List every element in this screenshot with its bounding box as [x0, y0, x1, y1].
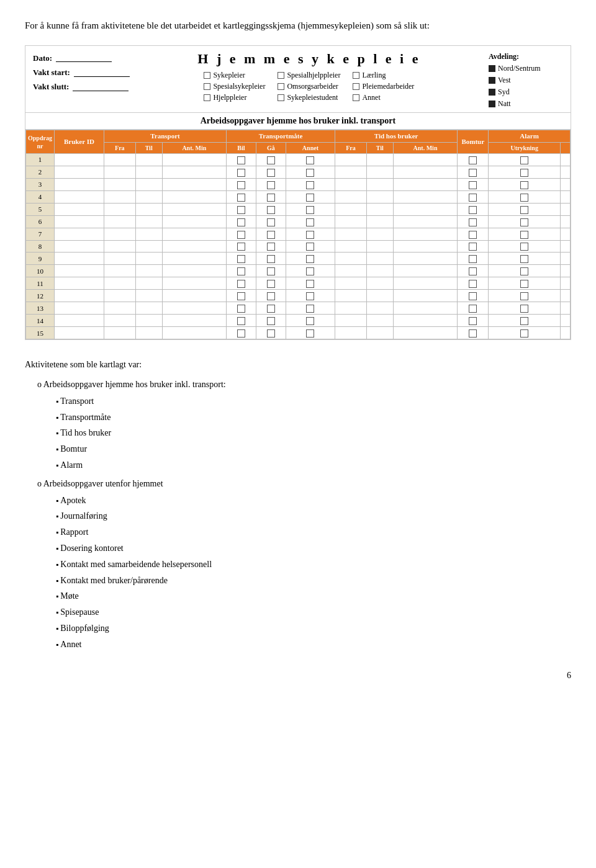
transportmate-bil-7: [227, 228, 256, 240]
cb-label-hjelppleier: Hjelppleier: [213, 93, 246, 102]
tid-cell-4-2: [393, 190, 457, 203]
tid-cell-3-1: [366, 178, 393, 190]
transportmate-ga-5: [256, 203, 286, 215]
checkboxes-grid: Sykepleier Spesialsykepleier Hjelppleier: [130, 71, 489, 102]
row-num-10: 10: [26, 265, 55, 277]
checkbox-col-2: Spesialhjelppleier Omsorgsarbeider Sykep…: [278, 71, 340, 102]
cb-box-omsorgsarbeider: [278, 83, 284, 90]
transportmate-ga-2: [256, 166, 286, 178]
transport-cell-2-1: [135, 166, 162, 178]
transportmate-ga-10: [256, 265, 286, 277]
checkbox-alarm-utrykning-11: [520, 280, 528, 288]
cb-label-laerling: Lærling: [362, 71, 386, 80]
transport-cell-7-1: [135, 228, 162, 240]
tid-cell-11-1: [366, 277, 393, 290]
bruker-id-11: [54, 277, 104, 290]
transport-cell-1-2: [162, 153, 226, 166]
tid-cell-10-2: [393, 265, 457, 277]
cb-sykepleiestudent: Sykepleiestudent: [278, 93, 340, 102]
th-til-transport: Til: [135, 142, 162, 153]
outer-item-1: Arbeidsoppgaver hjemme hos bruker inkl. …: [37, 377, 571, 473]
row-num-12: 12: [26, 290, 55, 302]
th-til-tid: Til: [366, 142, 393, 153]
th-transportmate: Transportmåte: [227, 130, 335, 142]
row-num-7: 7: [26, 228, 55, 240]
transport-cell-10-1: [135, 265, 162, 277]
avdeling-title: Avdeling:: [489, 51, 563, 63]
avd-syd-label: Syd: [498, 86, 510, 98]
transport-cell-14-2: [162, 315, 226, 327]
cb-label-annet-rolle: Annet: [362, 93, 380, 102]
alarm-utrykning-14: [489, 315, 561, 327]
checkbox-bil-4: [237, 194, 245, 202]
checkbox-bil-5: [237, 206, 245, 214]
transport-cell-4-2: [162, 190, 226, 203]
bomtur-14: [458, 315, 489, 327]
tid-cell-6-1: [366, 215, 393, 228]
bruker-id-12: [54, 290, 104, 302]
row-num-6: 6: [26, 215, 55, 228]
checkbox-bomtur-15: [469, 329, 477, 338]
alarm-utrykning-4: [489, 190, 561, 203]
form-subtitle: Arbeidsoppgaver hjemme hos bruker inkl. …: [25, 113, 571, 130]
checkbox-ga-7: [267, 231, 275, 239]
intro-text: For å kunne få fram aktivitetene ble det…: [25, 19, 571, 33]
checkbox-bomtur-13: [469, 305, 477, 313]
transportmate-ga-14: [256, 315, 286, 327]
transportmate-annet-13: [286, 302, 335, 315]
checkbox-col-1: Sykepleier Spesialsykepleier Hjelppleier: [204, 71, 265, 102]
transport-cell-5-0: [104, 203, 135, 215]
avd-nord: Nord/Sentrum: [489, 63, 563, 74]
alarm-extra-6: [561, 215, 571, 228]
cb-omsorgsarbeider: Omsorgsarbeider: [278, 82, 340, 91]
transportmate-bil-13: [227, 302, 256, 315]
form-header-right: Avdeling: Nord/Sentrum Vest Syd Natt: [489, 51, 563, 110]
tid-cell-3-2: [393, 178, 457, 190]
body-section: Aktivitetene som ble kartlagt var: Arbei…: [25, 357, 571, 651]
checkbox-bomtur-5: [469, 206, 477, 214]
checkbox-bil-15: [237, 329, 245, 338]
transportmate-ga-13: [256, 302, 286, 315]
alarm-extra-13: [561, 302, 571, 315]
row-num-1: 1: [26, 153, 55, 166]
tid-cell-5-1: [366, 203, 393, 215]
cb-spesialhjelppleier: Spesialhjelppleier: [278, 71, 340, 80]
checkbox-bil-6: [237, 218, 245, 226]
mapping-table: Oppdragnr Bruker ID Transport Transportm…: [25, 130, 571, 339]
row-num-15: 15: [26, 327, 55, 339]
transportmate-ga-7: [256, 228, 286, 240]
checkbox-ga-1: [267, 156, 275, 164]
checkbox-annet-9: [306, 255, 314, 263]
tid-cell-7-2: [393, 228, 457, 240]
tid-cell-9-0: [335, 253, 367, 265]
checkbox-bil-2: [237, 169, 245, 177]
tid-cell-10-0: [335, 265, 367, 277]
tid-cell-8-2: [393, 240, 457, 253]
row-num-4: 4: [26, 190, 55, 203]
alarm-utrykning-3: [489, 178, 561, 190]
avd-syd: Syd: [489, 86, 563, 98]
tid-cell-7-1: [366, 228, 393, 240]
checkbox-ga-8: [267, 243, 275, 251]
transport-cell-11-1: [135, 277, 162, 290]
inner-item-rapport: Rapport: [56, 525, 571, 540]
transportmate-annet-1: [286, 153, 335, 166]
alarm-extra-10: [561, 265, 571, 277]
transportmate-annet-2: [286, 166, 335, 178]
transport-cell-6-1: [135, 215, 162, 228]
tid-cell-13-1: [366, 302, 393, 315]
transportmate-annet-14: [286, 315, 335, 327]
tid-cell-4-0: [335, 190, 367, 203]
checkbox-alarm-utrykning-9: [520, 255, 528, 263]
checkbox-alarm-utrykning-4: [520, 194, 528, 202]
transport-cell-2-2: [162, 166, 226, 178]
th-utrykning: Utrykning: [489, 142, 561, 153]
checkbox-alarm-utrykning-2: [520, 169, 528, 177]
vakt-start-underline: [74, 68, 130, 77]
checkbox-annet-4: [306, 194, 314, 202]
dato-underline: [56, 53, 112, 62]
form-fields-left: Dato: Vakt start: Vakt slutt:: [33, 51, 130, 94]
checkbox-annet-14: [306, 317, 314, 325]
transport-cell-9-2: [162, 253, 226, 265]
form-title: H j e m m e s y k e p l e i e: [130, 51, 489, 67]
